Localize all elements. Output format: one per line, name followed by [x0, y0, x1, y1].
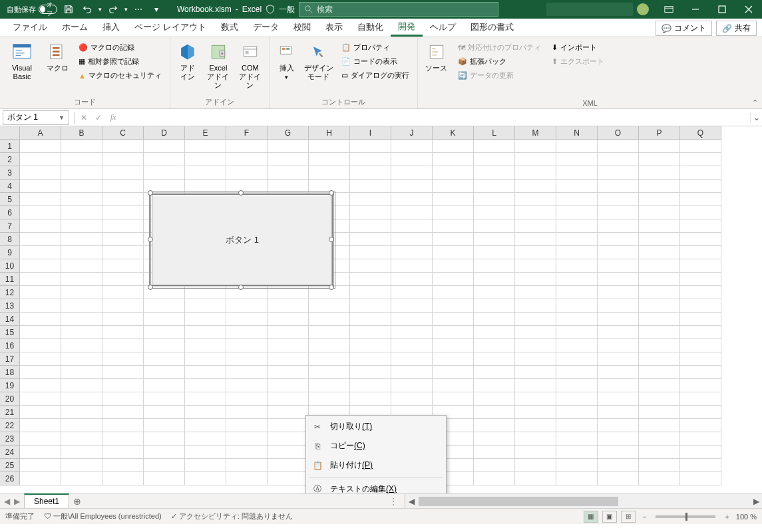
cell[interactable] [474, 352, 515, 366]
cancel-formula-icon[interactable]: ✕ [77, 113, 91, 122]
cell[interactable] [598, 286, 639, 299]
cell[interactable] [61, 153, 102, 166]
cell[interactable] [185, 432, 226, 446]
cell[interactable] [680, 432, 721, 446]
cell[interactable] [268, 432, 309, 446]
cell[interactable] [515, 419, 556, 432]
cell[interactable] [350, 379, 391, 392]
tab-file[interactable]: ファイル [5, 18, 55, 37]
cell[interactable] [20, 446, 61, 459]
tab-automate[interactable]: 自動化 [350, 18, 391, 37]
cell[interactable] [515, 180, 556, 193]
save-icon[interactable] [61, 2, 76, 17]
tab-formulas[interactable]: 数式 [214, 18, 246, 37]
column-header[interactable]: D [144, 126, 185, 140]
context-menu-item[interactable]: ✂切り取り(T) [306, 417, 446, 436]
privacy-label[interactable]: 一般 [279, 4, 295, 15]
cell[interactable] [20, 352, 61, 366]
cell[interactable] [433, 140, 474, 153]
cell[interactable] [309, 140, 350, 153]
cell[interactable] [598, 339, 639, 352]
ribbon-display-icon[interactable] [656, 0, 682, 19]
cell[interactable] [226, 339, 268, 352]
cell[interactable] [474, 459, 515, 472]
cell[interactable] [639, 180, 680, 193]
cell[interactable] [61, 326, 102, 339]
visual-basic-button[interactable]: Visual Basic [4, 40, 40, 82]
cell[interactable] [102, 392, 144, 406]
column-header[interactable]: K [433, 126, 474, 140]
cell[interactable] [639, 392, 680, 406]
row-header[interactable]: 14 [0, 313, 20, 326]
cell[interactable] [226, 180, 268, 193]
cell[interactable] [102, 419, 144, 432]
cell[interactable] [102, 299, 144, 313]
addins-button[interactable]: アド イン [174, 40, 201, 82]
cell[interactable] [515, 140, 556, 153]
cell[interactable] [680, 313, 721, 326]
cell[interactable] [515, 206, 556, 219]
row-header[interactable]: 22 [0, 419, 20, 432]
cell[interactable] [391, 233, 433, 246]
cell[interactable] [391, 379, 433, 392]
view-code-button[interactable]: 📄コードの表示 [339, 55, 412, 68]
cell[interactable] [556, 419, 598, 432]
collapse-ribbon-icon[interactable]: ⌃ [752, 98, 758, 107]
cell[interactable] [144, 459, 185, 472]
resize-handle[interactable] [148, 237, 153, 242]
cell[interactable] [61, 180, 102, 193]
cell[interactable] [680, 392, 721, 406]
cell[interactable] [268, 379, 309, 392]
cell[interactable] [515, 219, 556, 233]
minimize-icon[interactable] [682, 0, 709, 19]
cell[interactable] [391, 299, 433, 313]
tab-data[interactable]: データ [246, 18, 286, 37]
column-header[interactable]: M [515, 126, 556, 140]
cell[interactable] [515, 193, 556, 206]
cell[interactable] [20, 166, 61, 180]
cell[interactable] [61, 419, 102, 432]
cell[interactable] [350, 180, 391, 193]
cell[interactable] [515, 446, 556, 459]
cell[interactable] [61, 259, 102, 273]
cell[interactable] [185, 313, 226, 326]
cell[interactable] [350, 193, 391, 206]
cell[interactable] [556, 233, 598, 246]
cell[interactable] [556, 246, 598, 259]
cell[interactable] [350, 166, 391, 180]
column-header[interactable]: H [309, 126, 350, 140]
cell[interactable] [598, 140, 639, 153]
cell[interactable] [144, 140, 185, 153]
tab-insert[interactable]: 挿入 [95, 18, 127, 37]
cell[interactable] [474, 193, 515, 206]
cell[interactable] [474, 339, 515, 352]
cell[interactable] [556, 219, 598, 233]
row-header[interactable]: 21 [0, 406, 20, 419]
cell[interactable] [20, 313, 61, 326]
cell[interactable] [20, 339, 61, 352]
cell[interactable] [61, 379, 102, 392]
resize-handle[interactable] [329, 237, 334, 242]
close-icon[interactable] [735, 0, 762, 19]
cell[interactable] [598, 166, 639, 180]
cell[interactable] [433, 392, 474, 406]
cell[interactable] [474, 273, 515, 286]
cell[interactable] [61, 286, 102, 299]
context-menu-item[interactable]: Ⓐテキストの編集(X) [306, 479, 446, 493]
cell[interactable] [639, 299, 680, 313]
cell[interactable] [474, 432, 515, 446]
cell[interactable] [680, 166, 721, 180]
cell[interactable] [474, 472, 515, 485]
cell[interactable] [20, 273, 61, 286]
context-menu-item[interactable]: ⎘コピー(C) [306, 436, 446, 456]
cell[interactable] [61, 206, 102, 219]
cell[interactable] [680, 379, 721, 392]
cell[interactable] [350, 352, 391, 366]
resize-handle[interactable] [329, 285, 334, 290]
cell[interactable] [144, 379, 185, 392]
cell[interactable] [515, 166, 556, 180]
cell[interactable] [433, 286, 474, 299]
cell[interactable] [309, 313, 350, 326]
cell[interactable] [226, 286, 268, 299]
cell[interactable] [144, 166, 185, 180]
